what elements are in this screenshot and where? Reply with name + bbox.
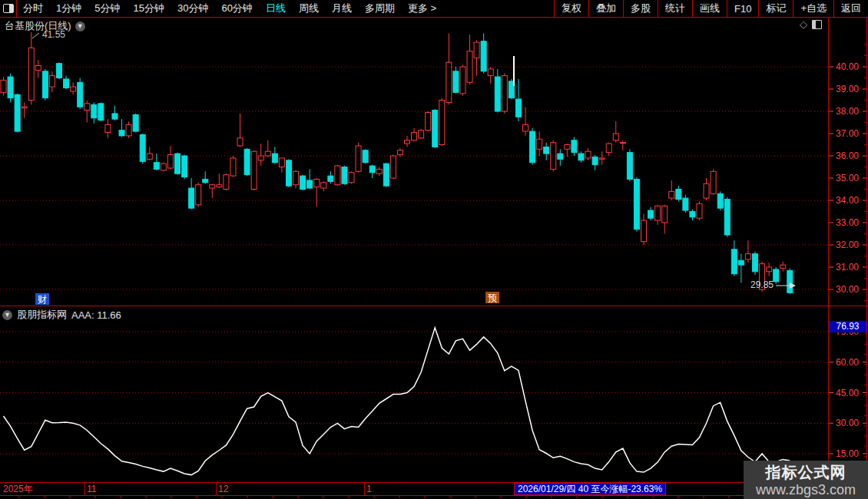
period-tab-8[interactable]: 月线 [332,2,352,15]
candle-body [683,198,688,210]
candle-body [64,79,69,88]
candle-body [376,169,382,173]
chevron-down-icon[interactable]: ▼ [75,21,85,31]
tool-button-2[interactable]: 多股 [623,0,658,17]
candle-body [669,191,674,198]
candle-body [1,80,6,92]
candle-body [474,42,479,58]
tool-button-8[interactable]: 返回 [833,0,868,17]
candle-body [481,41,486,71]
candle-body [502,76,507,111]
candle-body [251,151,257,189]
candle-body [42,71,48,98]
period-tab-1[interactable]: 1分钟 [56,2,81,15]
period-tab-6[interactable]: 日线 [266,2,286,15]
candle-body [738,260,744,265]
tool-button-6[interactable]: 标记 [758,0,793,17]
candle-body [237,138,243,146]
chart-title-row: 台基股份(日线) ▼ [5,19,85,33]
price-axis-label: 36.00 [836,150,859,161]
candle-body [627,153,632,180]
candle-body [196,185,201,205]
candle-body [126,124,131,136]
indicator-collapse-icon[interactable]: ▼ [2,310,12,320]
candle-body [112,114,118,119]
period-tab-2[interactable]: 5分钟 [94,2,120,15]
period-tab-10[interactable]: 更多 > [408,2,436,15]
tool-button-3[interactable]: 统计 [658,0,692,17]
candle-body [780,265,786,268]
candle-body [397,150,403,155]
diamond-icon[interactable]: ◇ [800,18,807,30]
period-tab-5[interactable]: 60分钟 [221,2,252,15]
candle-body [335,166,340,185]
candle-body [356,146,361,171]
tool-button-4[interactable]: 画线 [692,0,727,17]
candle-body [140,134,145,161]
candle-body [467,51,472,83]
candle-body [84,104,90,111]
candle-body [419,131,424,138]
candle-body [704,183,709,198]
period-tab-7[interactable]: 周线 [299,2,319,15]
period-menu: 分时1分钟5分钟15分钟30分钟60分钟日线周线月线多周期更多 > [17,2,436,15]
candle-body [641,220,647,242]
candle-body [655,206,661,220]
indicator-header: ▼ 股朋指标网 AAA: 11.66 [2,308,121,322]
candle-body [147,154,152,159]
tool-button-1[interactable]: 叠加 [588,0,623,17]
candle-body [8,77,13,98]
candle-body [752,254,757,272]
candle-body [488,69,493,76]
candle-body [578,154,584,160]
candle-body [78,82,83,107]
candle-body [279,158,284,167]
candle-body [620,143,625,144]
period-tab-0[interactable]: 分时 [23,2,43,15]
period-tab-4[interactable]: 30分钟 [177,2,208,15]
candle-body [460,67,465,94]
candle-body [363,150,368,163]
candle-body [745,254,750,259]
candle-body [453,71,459,93]
candle-body [648,210,654,218]
time-axis-label: 11 [87,484,97,494]
candle-body [592,157,598,164]
forecast-event-badge[interactable]: 预 [485,292,499,303]
candle-body [15,94,20,131]
candle-body [167,155,173,168]
tools-menu: 复权叠加多股统计画线F10标记+自选返回 [554,0,868,17]
price-axis-label: 33.00 [836,217,859,228]
tool-button-0[interactable]: 复权 [554,0,588,17]
indicator-max-tag: 76.93 [829,321,866,332]
tool-button-7[interactable]: +自选 [793,0,833,17]
candle-body [537,139,542,149]
last-price-label: 29.85 [750,279,774,290]
watermark-title: 指标公式网 [744,462,868,483]
tool-button-5[interactable]: F10 [727,0,758,17]
price-axis-label: 40.00 [836,61,859,72]
candle-body [404,140,409,144]
candle-body [28,48,34,100]
indicator-axis-label: 30.00 [836,418,859,428]
candle-body [342,167,347,184]
date-info-tag: 2026/01/29/四 40 至今涨幅-23.63% [514,483,666,495]
candle-body [558,154,563,159]
candle-body [224,175,229,190]
pane-split-icon[interactable] [812,20,822,29]
price-axis-label: 30.00 [836,284,859,295]
candle-body [369,166,375,173]
candle-body [49,76,55,88]
finance-event-badge[interactable]: 财 [35,293,49,305]
period-tab-9[interactable]: 多周期 [365,2,395,15]
candle-body [390,156,396,178]
period-tab-3[interactable]: 15分钟 [133,2,164,15]
candle-body [774,269,779,282]
top-menu-bar: 分时1分钟5分钟15分钟30分钟60分钟日线周线月线多周期更多 > 复权叠加多股… [0,0,868,18]
candle-body [383,164,389,186]
layout-split-button[interactable] [0,0,17,17]
candle-body [272,154,277,163]
candle-body [717,193,723,208]
candle-body [551,143,556,170]
candle-body [412,133,417,140]
